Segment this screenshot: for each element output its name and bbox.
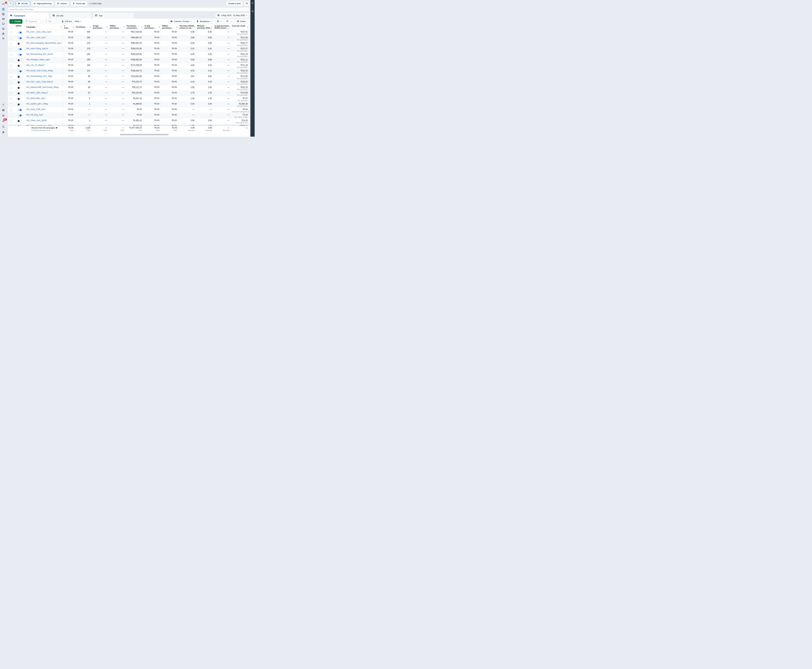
filter-caret-icon[interactable]: ▼: [159, 26, 160, 28]
duplicate-caret[interactable]: ▼: [38, 19, 42, 24]
tab-ad-sets[interactable]: Ad sets: [50, 13, 91, 18]
horizontal-scrollbar[interactable]: [120, 134, 169, 135]
edit-caret[interactable]: ▼: [53, 19, 57, 24]
row-checkbox[interactable]: [10, 37, 12, 39]
filter-caret-icon[interactable]: ▼: [72, 26, 74, 28]
column-header-offline_purchases[interactable]: Offlinepurchases↑↓▼: [109, 24, 125, 30]
sidebar-item-global-search[interactable]: [1, 124, 6, 129]
row-checkbox[interactable]: [10, 42, 12, 45]
campaign-toggle[interactable]: [17, 42, 22, 45]
view-tab-actions[interactable]: Actions: [55, 1, 69, 6]
campaign-link[interactable]: HN_Adv+_Cat2_Apr7: [26, 36, 46, 39]
export-button[interactable]: [225, 19, 230, 24]
campaign-link[interactable]: HN_UpSell_adv+_3May: [26, 103, 48, 105]
campaign-toggle[interactable]: [17, 120, 22, 122]
breakdown-button[interactable]: Breakdown▼: [195, 19, 214, 24]
campaign-link[interactable]: HN_MOF_CBO_May12: [26, 92, 48, 94]
more-actions-button[interactable]: More▼: [75, 20, 81, 23]
row-checkbox[interactable]: [10, 98, 12, 100]
campaign-toggle[interactable]: [17, 54, 22, 56]
info-icon[interactable]: [55, 127, 57, 129]
sidebar-item-billing[interactable]: [1, 22, 6, 26]
create-campaign-button[interactable]: Create: [9, 19, 22, 24]
row-checkbox[interactable]: [10, 81, 12, 84]
filter-caret-icon[interactable]: ▼: [60, 26, 62, 28]
tab-campaigns[interactable]: Campaigns: [8, 13, 49, 18]
campaign-link[interactable]: HN_Retarget_Sales_Apr2: [26, 59, 50, 61]
campaign-toggle[interactable]: [17, 114, 22, 117]
filter-caret-icon[interactable]: ▼: [194, 26, 195, 28]
campaign-link[interactable]: HN_Adv+_Apr1_Cata_Apr1: [26, 31, 51, 33]
filter-caret-icon[interactable]: ▼: [123, 26, 124, 28]
sidebar-item-help[interactable]: ?: [1, 103, 6, 107]
column-header-campaign[interactable]: Campaign↑↓▼: [25, 24, 63, 30]
column-header-roas[interactable]: Purchase ROAS(return on ad...▼: [178, 24, 196, 30]
campaign-toggle[interactable]: [17, 92, 22, 94]
campaign-link[interactable]: HN_FB_Eng_Apr2: [26, 114, 43, 116]
campaign-link[interactable]: HN_Maha_Adv+Camp_5May: [26, 124, 53, 126]
row-checkbox[interactable]: [10, 103, 12, 106]
row-checkbox[interactable]: [10, 31, 12, 34]
export-caret[interactable]: ▼: [230, 19, 233, 24]
campaign-toggle[interactable]: [17, 31, 22, 34]
sidebar-item-report-bug[interactable]: [1, 130, 6, 134]
create-view-button[interactable]: Create a view: [226, 1, 243, 6]
view-settings-button[interactable]: [244, 1, 249, 6]
column-header-in_app_roas[interactable]: In-app purchaseROAS (return ...▼: [213, 24, 231, 30]
campaign-link[interactable]: HN_Insta_Traff_Apr2: [26, 108, 45, 111]
column-header-in_app_purchases[interactable]: In-apppurchases↑↓▼: [92, 24, 109, 30]
ab-test-button[interactable]: A/B test: [60, 19, 74, 24]
sidebar-item-notifications[interactable]: 99+: [1, 119, 6, 124]
right-rail-edit-button[interactable]: [251, 2, 254, 5]
columns-button[interactable]: Columns: Custom▼: [169, 19, 193, 24]
sidebar-item-business-structure[interactable]: [1, 32, 6, 36]
campaign-link[interactable]: HN_Remarketing_ATC_9Apr: [26, 75, 52, 77]
column-header-toggle[interactable]: Off/On↑↓: [14, 24, 25, 30]
column-header-in_app_conv[interactable]: In-apppurchases...▼: [143, 24, 161, 30]
column-header-purchases_conv[interactable]: Purchasesconversion...▼: [125, 24, 143, 30]
filter-caret-icon[interactable]: ▼: [211, 26, 212, 28]
campaign-toggle[interactable]: [17, 87, 22, 89]
campaign-link[interactable]: HN_LAL_CI_May12: [26, 64, 44, 66]
row-checkbox[interactable]: [10, 70, 12, 72]
date-range-button[interactable]: 1 May 2025 - 31 May 2025 ▼: [215, 13, 249, 18]
row-checkbox[interactable]: [10, 48, 12, 50]
row-checkbox[interactable]: [10, 114, 12, 117]
column-header-website_roas[interactable]: Websitepurchase ROA...▼: [196, 24, 213, 30]
campaign-link[interactable]: HN_Adv+_Apr1_Cata_May12: [26, 81, 53, 83]
sidebar-item-updates[interactable]: [1, 108, 6, 113]
campaign-toggle[interactable]: [17, 76, 22, 78]
view-tab-high-performing[interactable]: High-performing: [31, 1, 54, 6]
campaign-toggle[interactable]: [17, 37, 22, 39]
duplicate-button[interactable]: Duplicate: [24, 19, 38, 24]
select-all-checkbox[interactable]: [10, 26, 12, 28]
sidebar-item-all-tools[interactable]: [1, 36, 6, 41]
filter-caret-icon[interactable]: ▼: [247, 26, 248, 28]
column-header-check[interactable]: [8, 24, 14, 30]
campaign-toggle[interactable]: [17, 97, 22, 100]
campaign-link[interactable]: HN_Odisha+WB_Adv+Camp_5May: [26, 86, 59, 88]
campaign-link[interactable]: HN_WebTraffic_Apr2: [26, 97, 45, 99]
more-views-button[interactable]: + 1 more view: [89, 2, 101, 5]
column-header-purchases[interactable]: Purchases↑↓▼: [75, 24, 92, 30]
campaign-link[interactable]: HN_Remarketing_WV_Apr16: [26, 53, 53, 55]
sidebar-item-advertise[interactable]: [1, 27, 6, 31]
campaign-toggle[interactable]: [17, 109, 22, 111]
row-checkbox[interactable]: [10, 87, 12, 89]
campaign-link[interactable]: HN_Advt+shopping_MysorePlain_Apr1: [26, 42, 62, 44]
right-rail-history-button[interactable]: [251, 10, 254, 13]
row-checkbox[interactable]: [10, 76, 12, 78]
sidebar-item-account-overview[interactable]: 1: [1, 2, 6, 7]
campaign-link[interactable]: HN_Advt+Camp_Apr1st: [26, 47, 48, 50]
reports-button[interactable]: ▼: [215, 19, 223, 24]
row-checkbox[interactable]: [10, 92, 12, 94]
row-checkbox[interactable]: [10, 54, 12, 56]
filter-caret-icon[interactable]: ▼: [89, 26, 91, 28]
view-tab-all-ads[interactable]: All ads: [16, 1, 30, 6]
filter-caret-icon[interactable]: ▼: [176, 26, 177, 28]
campaign-toggle[interactable]: [17, 70, 22, 72]
column-header-spend[interactable]: eouts...▼: [63, 24, 75, 30]
sidebar-item-campaigns[interactable]: [1, 7, 6, 12]
campaign-toggle[interactable]: [17, 59, 22, 61]
campaign-toggle[interactable]: [17, 81, 22, 84]
